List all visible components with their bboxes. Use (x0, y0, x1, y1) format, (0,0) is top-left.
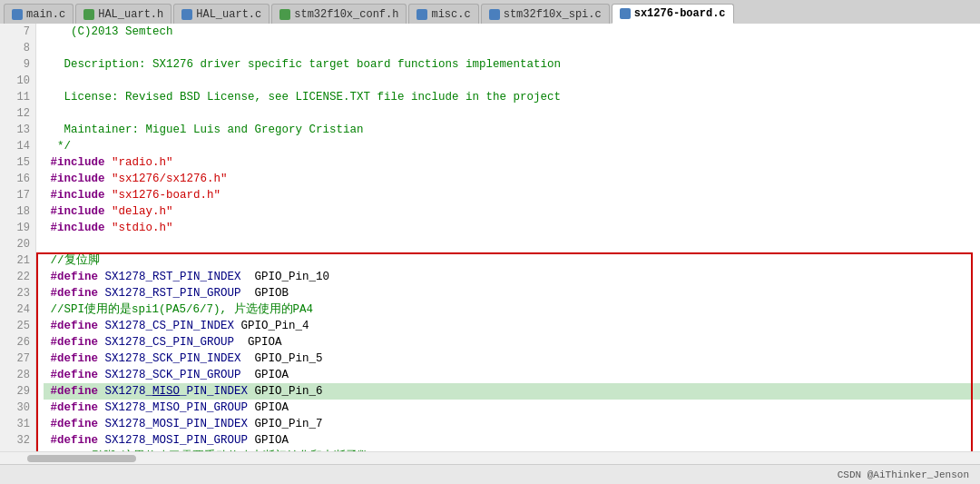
tab-sx1276_board[interactable]: sx1276-board.c (612, 4, 734, 24)
line-num-11: 11 (0, 89, 35, 105)
tab-label-hal_uart_h: HAL_uart.h (98, 8, 163, 21)
code-line-8 (44, 40, 980, 56)
line-num-33: 33 (0, 449, 35, 451)
tab-main[interactable]: main.c (4, 4, 74, 24)
code-line-7: (C)2013 Semtech (44, 24, 980, 40)
code-line-31: #define SX1278_MOSI_PIN_INDEX GPIO_Pin_7 (44, 416, 980, 432)
brand-label: CSDN @AiThinker_Jenson (838, 469, 969, 480)
h-scrollbar-thumb[interactable] (27, 455, 136, 462)
code-line-21: //复位脚 (44, 252, 980, 269)
tab-misc[interactable]: misc.c (408, 4, 478, 24)
code-line-14: */ (44, 138, 980, 154)
tab-icon-hal_uart_c (181, 9, 192, 20)
line-num-10: 10 (0, 73, 35, 89)
code-line-9: Description: SX1276 driver specific targ… (44, 56, 980, 73)
line-num-28: 28 (0, 367, 35, 383)
line-num-9: 9 (0, 56, 35, 73)
tab-label-sx1276_board: sx1276-board.c (634, 7, 726, 20)
line-num-7: 7 (0, 24, 35, 40)
code-line-22: #define SX1278_RST_PIN_INDEX GPIO_Pin_10 (44, 269, 980, 285)
tab-label-stm32f10x_conf: stm32f10x_conf.h (294, 8, 398, 21)
code-line-18: #include "delay.h" (44, 203, 980, 220)
code-line-13: Maintainer: Miguel Luis and Gregory Cris… (44, 122, 980, 138)
code-line-32: #define SX1278_MOSI_PIN_GROUP GPIOA (44, 432, 980, 449)
code-area: 7891011121314151617181920212223242526272… (0, 24, 980, 451)
line-num-32: 32 (0, 432, 35, 449)
code-line-26: #define SX1278_CS_PIN_GROUP GPIOA (44, 334, 980, 351)
tab-label-stm32f10x_spi: stm32f10x_spi.c (504, 8, 602, 21)
tab-icon-stm32f10x_conf (279, 9, 290, 20)
line-num-15: 15 (0, 154, 35, 171)
code-line-24: //SPI使用的是spi1(PA5/6/7), 片选使用的PA4 (44, 301, 980, 318)
tab-label-main: main.c (26, 8, 65, 21)
code-line-10 (44, 73, 980, 89)
code-line-28: #define SX1278_SCK_PIN_GROUP GPIOA (44, 367, 980, 383)
tab-hal_uart_h[interactable]: HAL_uart.h (75, 4, 172, 24)
line-num-25: 25 (0, 318, 35, 334)
tab-bar: main.cHAL_uart.hHAL_uart.cstm32f10x_conf… (0, 0, 980, 24)
tab-stm32f10x_spi[interactable]: stm32f10x_spi.c (481, 4, 610, 24)
tab-icon-main (12, 9, 23, 20)
code-line-19: #include "stdio.h" (44, 220, 980, 236)
code-line-16: #include "sx1276/sx1276.h" (44, 171, 980, 187)
line-num-16: 16 (0, 171, 35, 187)
tab-hal_uart_c[interactable]: HAL_uart.c (173, 4, 270, 24)
editor-container: main.cHAL_uart.hHAL_uart.cstm32f10x_conf… (0, 0, 980, 484)
line-num-24: 24 (0, 301, 35, 318)
code-line-27: #define SX1278_SCK_PIN_INDEX GPIO_Pin_5 (44, 351, 980, 367)
tab-stm32f10x_conf[interactable]: stm32f10x_conf.h (271, 4, 407, 24)
line-num-18: 18 (0, 203, 35, 220)
tab-label-misc: misc.c (431, 8, 470, 21)
line-num-20: 20 (0, 236, 35, 252)
line-numbers: 7891011121314151617181920212223242526272… (0, 24, 36, 451)
line-num-12: 12 (0, 105, 35, 122)
tab-icon-hal_uart_h (83, 9, 94, 20)
tab-icon-stm32f10x_spi (489, 9, 500, 20)
line-num-21: 21 (0, 252, 35, 269)
tab-icon-misc (416, 9, 427, 20)
line-num-30: 30 (0, 400, 35, 416)
code-line-30: #define SX1278_MISO_PIN_GROUP GPIOA (44, 400, 980, 416)
code-content: (C)2013 Semtech Description: SX1276 driv… (36, 24, 980, 451)
code-line-23: #define SX1278_RST_PIN_GROUP GPIOB (44, 285, 980, 301)
line-num-17: 17 (0, 187, 35, 203)
tab-icon-sx1276_board (620, 8, 631, 19)
code-line-25: #define SX1278_CS_PIN_INDEX GPIO_Pin_4 (44, 318, 980, 334)
line-num-31: 31 (0, 416, 35, 432)
bottom-bar: CSDN @AiThinker_Jenson (0, 464, 980, 484)
line-num-13: 13 (0, 122, 35, 138)
line-num-23: 23 (0, 285, 35, 301)
code-line-12 (44, 105, 980, 122)
code-line-11: License: Revised BSD License, see LICENS… (44, 89, 980, 105)
code-line-17: #include "sx1276-board.h" (44, 187, 980, 203)
tab-label-hal_uart_c: HAL_uart.c (196, 8, 261, 21)
code-line-33: //DI00引脚(这里修改了需要手动修改中断初始化和中断函数) (44, 449, 980, 451)
line-num-22: 22 (0, 269, 35, 285)
line-num-14: 14 (0, 138, 35, 154)
h-scrollbar[interactable] (0, 451, 980, 464)
line-num-29: 29 (0, 383, 35, 400)
line-num-19: 19 (0, 220, 35, 236)
line-num-8: 8 (0, 40, 35, 56)
code-line-20 (44, 236, 980, 252)
line-num-26: 26 (0, 334, 35, 351)
code-line-15: #include "radio.h" (44, 154, 980, 171)
line-num-27: 27 (0, 351, 35, 367)
code-line-29: #define SX1278_MISO_PIN_INDEX GPIO_Pin_6 (44, 383, 980, 400)
